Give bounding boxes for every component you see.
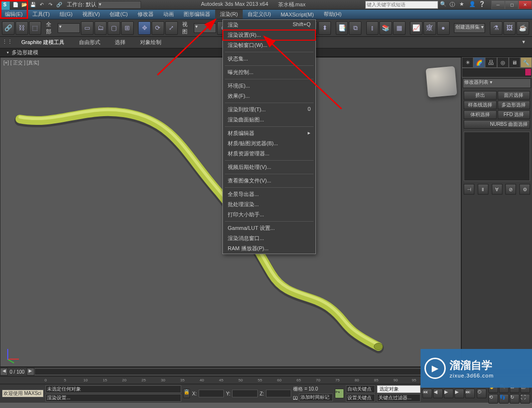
qat-new-icon[interactable]: 📄 [12, 1, 19, 9]
app-icon[interactable]: S [0, 0, 10, 10]
make-unique-icon[interactable]: ∀ [492, 184, 502, 195]
show-end-result-icon[interactable]: Ⅱ [478, 184, 488, 195]
qat-undo-icon[interactable]: ↶ [38, 1, 46, 9]
ribbon-freeform-tab[interactable]: 自由形式 [76, 38, 103, 47]
toolbar-link-icon[interactable]: 🔗 [2, 21, 15, 35]
set-key-button[interactable]: 设置关键点 [346, 394, 375, 402]
qat-redo-icon[interactable]: ↷ [47, 1, 54, 9]
window-crossing-icon[interactable]: ⊞ [121, 21, 134, 35]
info-icon[interactable]: ⓘ [450, 1, 458, 9]
select-by-name-icon[interactable]: 🗂 [94, 21, 107, 35]
cmd-display-tab[interactable]: 🖥 [509, 57, 520, 68]
menu-tools[interactable]: 工具(T) [28, 10, 55, 19]
ribbon-graphite-tab[interactable]: Graphite 建模工具 [18, 38, 67, 47]
selection-filter-dropdown[interactable]: ▾ [58, 23, 80, 33]
menu-customize[interactable]: 自定义(U) [243, 10, 276, 19]
menu-edit[interactable]: 编辑(E) [0, 10, 28, 19]
object-color-swatch[interactable] [525, 68, 532, 76]
dd-rendered-frame[interactable]: 渲染帧窗口(W)... [223, 40, 315, 50]
close-button[interactable]: ✕ [518, 0, 532, 9]
ribbon-paint-tab[interactable]: 对象绘制 [137, 38, 164, 47]
lock-selection-icon[interactable]: 🔒 [183, 389, 190, 398]
key-lock-icon[interactable]: 🗝 [335, 389, 344, 398]
object-name-input[interactable] [462, 68, 525, 77]
dd-print-size[interactable]: 打印大小助手... [223, 210, 315, 220]
menu-create[interactable]: 创建(C) [105, 10, 132, 19]
qat-link-icon[interactable]: 🔗 [55, 1, 63, 9]
toolbar-unlink-icon[interactable]: ⛓ [16, 21, 28, 35]
dd-view-image[interactable]: 查看图像文件(V)... [223, 176, 315, 186]
modifier-list-dropdown[interactable]: 修改器列表 ▾ [463, 78, 531, 88]
toolbar-bind-icon[interactable]: ⬚ [29, 21, 42, 35]
workspace-dropdown[interactable]: ▾ [97, 1, 141, 9]
cmd-utilities-tab[interactable]: 🔧 [520, 57, 532, 68]
graphite-toggle-icon[interactable]: ▦ [393, 21, 406, 35]
cmd-modify-tab[interactable]: 🌈 [473, 57, 485, 68]
star-icon[interactable]: ★ [459, 1, 468, 9]
rotate-icon[interactable]: ⟳ [152, 21, 164, 35]
schematic-view-icon[interactable]: 🕸 [423, 21, 436, 35]
auto-key-button[interactable]: 自动关键点 [346, 385, 375, 393]
coord-x-input[interactable] [199, 390, 224, 397]
menu-rendering[interactable]: 渲染(R) [215, 10, 243, 19]
viewcube[interactable] [425, 66, 457, 97]
remove-modifier-icon[interactable]: ⊘ [505, 184, 516, 195]
menu-view[interactable]: 视图(V) [78, 10, 105, 19]
dd-panorama[interactable]: 全景导出器... [223, 189, 315, 199]
key-filters-button[interactable]: 关键点过滤器... [377, 394, 421, 402]
help-icon[interactable]: ❔ [479, 1, 487, 9]
menu-maxscript[interactable]: MAXScript(M) [276, 10, 318, 19]
cmd-motion-tab[interactable]: ◎ [497, 57, 509, 68]
modbtn-spline-select[interactable]: 样条线选择 [464, 101, 497, 109]
dd-render[interactable]: 渲染Shift+Q [223, 20, 315, 30]
mirror-icon[interactable]: ⧉ [349, 21, 361, 35]
dd-render-msg[interactable]: 渲染消息窗口... [223, 233, 315, 243]
select-region-icon[interactable]: ▢ [108, 21, 120, 35]
align-icon[interactable]: ⫿ [366, 21, 379, 35]
modbtn-volume-select[interactable]: 体积选择 [464, 110, 497, 119]
dd-mat-browser[interactable]: 材质/贴图浏览器(B)... [223, 138, 315, 149]
dd-render-setup[interactable]: 渲染设置(R)... [223, 30, 315, 40]
dd-render-surface[interactable]: 渲染曲面贴图... [223, 115, 315, 125]
cmd-hierarchy-tab[interactable]: 品 [485, 57, 497, 68]
dd-exposure[interactable]: 曝光控制... [223, 67, 315, 77]
goto-start-icon[interactable]: ⏮ [422, 389, 432, 398]
prev-frame-icon[interactable]: ◀ [433, 389, 443, 398]
named-selection-icon[interactable]: 📑 [336, 21, 348, 35]
spinner-snap-icon[interactable]: ⬍ [318, 21, 331, 35]
time-tag-icon[interactable]: 🕮 [293, 395, 298, 400]
search-input[interactable] [365, 1, 438, 9]
configure-sets-icon[interactable]: ⚙ [519, 184, 530, 195]
menu-help[interactable]: 帮助(H) [319, 10, 346, 19]
modbtn-nurbs-select[interactable]: NURBS 曲面选择 [464, 120, 530, 129]
dd-ram-player[interactable]: RAM 播放器(P)... [223, 243, 315, 254]
menu-modifiers[interactable]: 修改器 [133, 10, 158, 19]
ribbon-expand-icon[interactable]: ▾ [522, 39, 530, 46]
next-frame-icon[interactable]: ▶ [454, 389, 464, 398]
dd-video-post[interactable]: 视频后期处理(V)... [223, 162, 315, 172]
scale-icon[interactable]: ⤢ [165, 21, 178, 35]
named-selection-dropdown[interactable]: 创建选择集 ▾ [454, 23, 485, 33]
ribbon-sub-arrow-icon[interactable]: ▾ [7, 50, 9, 55]
qat-save-icon[interactable]: 💾 [29, 1, 37, 9]
pin-stack-icon[interactable]: ⊣ [464, 184, 474, 195]
ribbon-selection-tab[interactable]: 选择 [112, 38, 128, 47]
dd-environment[interactable]: 环境(E)... [223, 81, 315, 91]
ref-coord-dropdown[interactable]: ▾ [194, 23, 216, 33]
dd-effects[interactable]: 效果(F)... [223, 91, 315, 101]
dd-mat-explorer[interactable]: 材质资源管理器... [223, 149, 315, 159]
coord-y-input[interactable] [232, 390, 258, 397]
timeslider-prev[interactable]: ◀ [0, 368, 8, 376]
time-config-icon[interactable]: ⏲ [477, 389, 486, 398]
nav-orbit-icon[interactable]: ⟲ [488, 394, 498, 404]
render-setup-icon[interactable]: ⚗ [490, 21, 502, 35]
select-icon[interactable]: ▭ [81, 21, 94, 35]
nav-roll-icon[interactable]: ↻ [510, 394, 519, 404]
play-icon[interactable]: ▶ [444, 389, 454, 398]
rendered-frame-icon[interactable]: 🖼 [503, 21, 516, 35]
move-icon[interactable]: ✥ [138, 21, 151, 35]
timeslider-next[interactable]: ▶ [27, 368, 34, 376]
nav-max-toggle-icon[interactable]: ⛶ [520, 394, 530, 404]
signin-icon[interactable]: 👤 [469, 1, 478, 9]
add-time-tag[interactable]: 添加时间标记 [299, 393, 333, 401]
